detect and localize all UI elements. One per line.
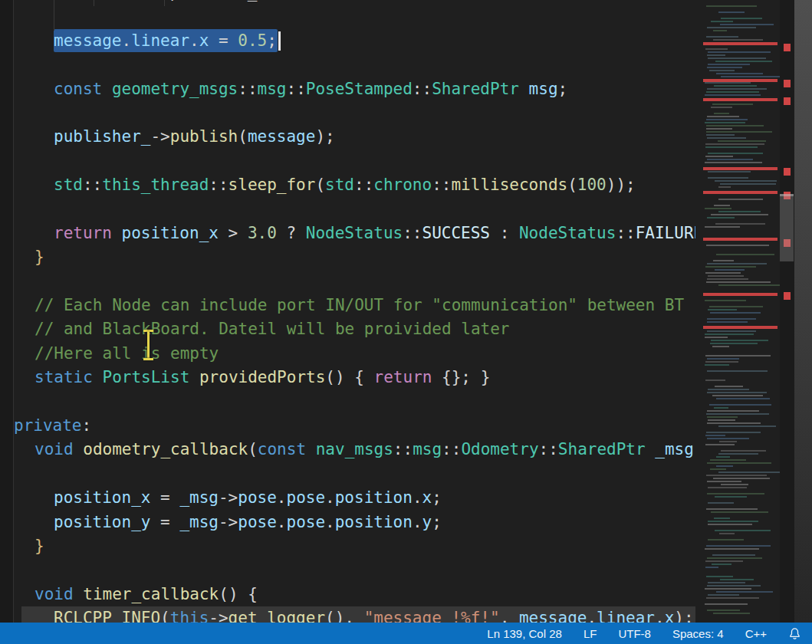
code-token: [93, 368, 103, 386]
code-token: msg: [258, 80, 287, 98]
code-token: ?: [277, 224, 306, 242]
code-line[interactable]: [0, 150, 695, 173]
code-line[interactable]: RCLCPP_INFO(this->get_logger(), "message…: [0, 606, 695, 623]
code-line[interactable]: position_x = _msg->pose.pose.position.x;: [0, 486, 695, 510]
code-line[interactable]: }: [0, 534, 695, 558]
code-line[interactable]: return position_x > 3.0 ? NodeStatus::SU…: [0, 222, 695, 245]
status-indentation[interactable]: Spaces: 4: [672, 627, 724, 640]
code-token: ,: [500, 609, 519, 623]
status-language[interactable]: C++: [745, 627, 767, 640]
code-line[interactable]: [0, 390, 695, 414]
status-encoding[interactable]: UTF-8: [618, 627, 651, 640]
minimap-line: [721, 484, 748, 485]
status-eol[interactable]: LF: [584, 627, 597, 640]
code-token: position_x: [122, 224, 219, 242]
minimap-line: [707, 88, 767, 90]
minimap-line: [706, 91, 759, 93]
code-token: _msg: [655, 440, 694, 458]
minimap-line: [713, 478, 770, 479]
minimap-line: [721, 76, 780, 77]
minimap-line: [708, 309, 737, 310]
minimap-line: [705, 156, 733, 157]
code-token: timer_callback: [83, 585, 219, 603]
code-token: // Each Node can include port IN/OUT for…: [35, 296, 684, 314]
minimap-line: [707, 438, 749, 439]
code-line[interactable]: std::this_thread::sleep_for(std::chrono:…: [0, 173, 695, 197]
minimap-line: [721, 18, 762, 19]
code-line[interactable]: message.linear.x = 0.5;: [0, 29, 695, 53]
minimap-line: [720, 579, 754, 580]
code-token: ::: [238, 80, 257, 98]
code-line[interactable]: [0, 558, 695, 582]
minimap-error-line: [703, 98, 777, 101]
code-line[interactable]: publisher_->publish(message);: [0, 125, 695, 149]
code-token: msg: [529, 80, 558, 98]
minimap-line: [705, 82, 751, 84]
minimap-line: [708, 177, 748, 179]
code-line[interactable]: [0, 198, 695, 222]
code-line[interactable]: [0, 270, 695, 294]
code-line[interactable]: [0, 5, 695, 28]
code-token: geometry_msgs: [112, 80, 238, 98]
minimap-line: [707, 462, 771, 464]
code-token: NodeStatus: [519, 224, 616, 242]
minimap-line: [707, 410, 759, 412]
minimap-line: [706, 475, 767, 476]
code-token: .: [189, 31, 199, 50]
minimap-line: [711, 107, 732, 108]
code-line[interactable]: void odometry_callback(const nav_msgs::m…: [0, 438, 695, 462]
scrollbar-thumb[interactable]: [780, 194, 794, 261]
code-token: static: [35, 368, 93, 386]
minimap-line: [705, 337, 728, 338]
minimap-line: [707, 416, 738, 418]
code-line[interactable]: [0, 101, 695, 125]
code-line[interactable]: position_y = _msg->pose.pose.position.y;: [0, 511, 695, 534]
minimap-line: [707, 358, 739, 360]
minimap-error-line: [703, 42, 777, 45]
code-line[interactable]: const geometry_msgs::msg::PoseStamped::S…: [0, 77, 695, 101]
code-line[interactable]: // and BlackBoard. Dateil will be proivi…: [0, 317, 695, 341]
minimap-line: [705, 48, 728, 50]
minimap-line: [705, 226, 740, 228]
minimap-line: [718, 199, 763, 200]
minimap-line: [712, 395, 763, 396]
window-edge-strip: [794, 0, 812, 623]
code-line[interactable]: // Each Node can include port IN/OUT for…: [0, 294, 695, 317]
minimap-line: [715, 223, 765, 225]
code-token: .: [277, 488, 287, 507]
code-token: message: [519, 609, 587, 623]
minimap-line: [709, 70, 735, 71]
code-line[interactable]: static PortsList providedPorts() { retur…: [0, 366, 695, 389]
code-line[interactable]: private:: [0, 414, 695, 438]
code-token: =: [209, 31, 238, 50]
status-cursor-position[interactable]: Ln 139, Col 28: [487, 627, 562, 640]
minimap-line: [708, 487, 747, 488]
code-token: PoseStamped: [306, 80, 413, 98]
code-line[interactable]: [0, 462, 695, 486]
notifications-bell-icon[interactable]: [788, 627, 801, 640]
minimap-line: [711, 21, 733, 22]
code-line[interactable]: [0, 53, 695, 77]
minimap-line: [710, 312, 761, 314]
minimap[interactable]: [703, 0, 780, 623]
code-token: [112, 224, 122, 242]
status-bar: Ln 139, Col 28LFUTF-8Spaces: 4C++: [0, 623, 812, 644]
code-token: }: [35, 537, 44, 555]
minimap-line: [707, 159, 753, 160]
code-token: linear: [597, 609, 655, 623]
minimap-line: [720, 183, 776, 185]
minimap-line: [705, 548, 759, 550]
minimap-line: [713, 30, 727, 31]
minimap-line: [715, 61, 772, 62]
minimap-line: [706, 119, 748, 120]
code-editor[interactable]: position_x));message.linear.x = 0.5;cons…: [0, 0, 695, 623]
code-token: linear: [131, 31, 189, 50]
code-token: {}; }: [432, 368, 490, 386]
minimap-line: [718, 426, 776, 427]
minimap-line: [706, 131, 772, 133]
minimap-line: [707, 392, 767, 393]
code-line[interactable]: }: [0, 245, 695, 269]
code-token: const: [258, 440, 306, 458]
code-line[interactable]: //Here all is empty: [0, 342, 695, 366]
code-line[interactable]: void timer_callback() {: [0, 583, 695, 606]
